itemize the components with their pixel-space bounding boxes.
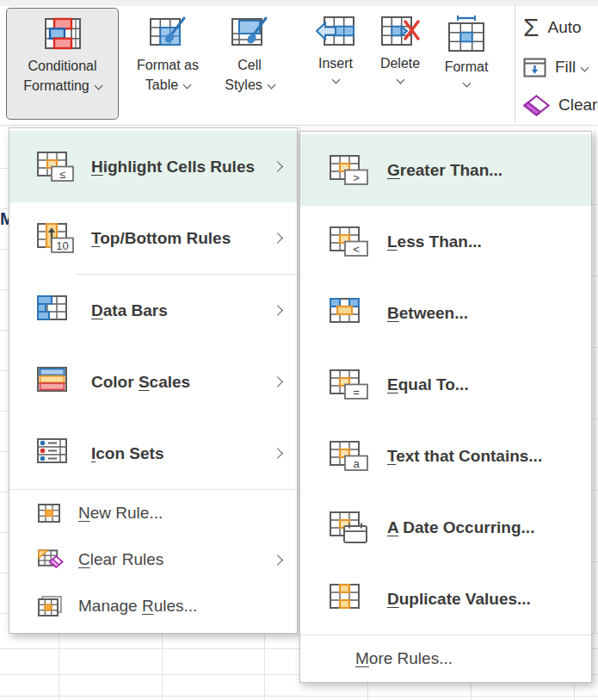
menu-item-label: Top/Bottom Rules: [91, 229, 231, 248]
svg-text:≤: ≤: [59, 167, 65, 180]
chevron-down-icon: [581, 63, 589, 71]
cell-styles-button[interactable]: Cell Styles: [215, 8, 284, 120]
submenu-arrow-icon: [272, 448, 283, 459]
menu-item-label: Clear Rules: [78, 550, 163, 569]
conditional-formatting-button[interactable]: Conditional Formatting: [6, 8, 119, 120]
autosum-label: Auto: [548, 18, 582, 37]
insert-cells-icon: [316, 15, 355, 48]
submenu-item-more-rules[interactable]: More Rules...: [300, 635, 591, 682]
insert-label: Insert: [318, 53, 353, 73]
conditional-formatting-menu: ≤ Highlight Cells Rules 10: [9, 127, 298, 634]
chevron-down-icon: [267, 81, 275, 90]
ribbon-bottom-border: [0, 125, 598, 126]
autosum-button[interactable]: Σ Auto: [523, 12, 582, 43]
fill-button[interactable]: Fill: [523, 52, 588, 83]
menu-item-label: Manage Rules...: [78, 597, 197, 616]
menu-item-data-bars[interactable]: Data Bars: [9, 275, 297, 346]
sigma-icon: Σ: [523, 13, 539, 42]
highlight-cells-rules-icon: ≤: [37, 152, 77, 183]
conditional-formatting-label: Conditional Formatting: [23, 56, 101, 96]
top-bottom-rules-icon: 10: [37, 223, 77, 254]
worksheet-left-sliver: [0, 128, 9, 634]
menu-item-label: Highlight Cells Rules: [91, 158, 255, 177]
menu-item-highlight-cells-rules[interactable]: ≤ Highlight Cells Rules: [9, 131, 297, 202]
format-label: Format: [445, 57, 489, 77]
menu-item-label: New Rule...: [78, 504, 163, 523]
ribbon-group-separator: [515, 5, 515, 122]
submenu-item-label: Between...: [387, 304, 468, 323]
svg-text:<: <: [353, 242, 360, 255]
submenu-arrow-icon: [272, 161, 283, 172]
equal-to-icon: =: [330, 369, 373, 400]
between-icon: [330, 298, 373, 329]
format-cells-button[interactable]: Format: [435, 8, 497, 120]
submenu-item-duplicate-values[interactable]: Duplicate Values...: [300, 563, 591, 635]
submenu-arrow-icon: [272, 232, 283, 244]
cell-styles-icon: [231, 15, 268, 50]
submenu-arrow-icon: [272, 376, 283, 387]
duplicate-values-icon: [330, 584, 373, 615]
greater-than-icon: >: [330, 155, 373, 186]
menu-item-top-bottom-rules[interactable]: 10 Top/Bottom Rules: [9, 202, 297, 274]
svg-text:>: >: [353, 170, 360, 183]
menu-item-label: Icon Sets: [91, 444, 163, 463]
submenu-item-a-date-occurring[interactable]: A Date Occurring...: [300, 492, 591, 563]
ribbon: Conditional Formatting Format as Table: [0, 0, 598, 127]
submenu-arrow-icon: [272, 554, 283, 566]
menu-item-manage-rules[interactable]: Manage Rules...: [9, 583, 297, 629]
submenu-item-text-that-contains[interactable]: a Text that Contains...: [300, 420, 591, 492]
submenu-item-less-than[interactable]: < Less Than...: [300, 206, 591, 277]
menu-item-color-scales[interactable]: Color Scales: [9, 346, 297, 418]
eraser-icon: [523, 95, 550, 116]
delete-cells-icon: [380, 15, 420, 48]
chevron-down-icon: [331, 76, 340, 84]
menu-item-label: Data Bars: [91, 301, 168, 320]
chevron-down-icon: [462, 79, 471, 88]
svg-text:=: =: [353, 385, 360, 398]
chevron-down-icon: [396, 76, 404, 84]
text-that-contains-icon: a: [330, 441, 373, 472]
submenu-arrow-icon: [272, 305, 283, 316]
submenu-item-label: Greater Than...: [387, 161, 502, 180]
format-as-table-button[interactable]: Format as Table: [126, 8, 210, 120]
submenu-item-label: A Date Occurring...: [387, 518, 534, 537]
clear-label: Clear: [558, 96, 597, 115]
less-than-icon: <: [330, 226, 373, 257]
insert-cells-button[interactable]: Insert: [308, 8, 363, 120]
clear-button[interactable]: Clear: [523, 90, 597, 121]
conditional-formatting-icon: [44, 16, 82, 51]
submenu-item-label: Text that Contains...: [387, 447, 542, 466]
icon-sets-icon: [37, 438, 77, 469]
submenu-item-label: Duplicate Values...: [387, 590, 531, 609]
format-as-table-label: Format as Table: [137, 55, 199, 95]
new-rule-icon: [38, 504, 64, 523]
manage-rules-icon: [38, 596, 64, 616]
submenu-item-between[interactable]: Between...: [300, 277, 591, 349]
delete-cells-button[interactable]: Delete: [370, 8, 430, 120]
menu-item-new-rule[interactable]: New Rule...: [9, 490, 297, 536]
submenu-item-greater-than[interactable]: > Greater Than...: [300, 134, 591, 206]
submenu-item-label: Equal To...: [387, 375, 469, 394]
data-bars-icon: [37, 295, 77, 326]
menu-item-icon-sets[interactable]: Icon Sets: [9, 418, 297, 489]
highlight-cells-rules-submenu: > Greater Than... < Less Than...: [299, 131, 592, 683]
format-cells-icon: [447, 15, 485, 52]
menu-item-clear-rules[interactable]: Clear Rules: [9, 536, 297, 583]
chevron-down-icon: [94, 82, 102, 90]
submenu-item-label: More Rules...: [355, 649, 453, 668]
cell-styles-label: Cell Styles: [225, 55, 274, 95]
a-date-occurring-icon: [330, 511, 373, 544]
color-scales-icon: [37, 367, 77, 398]
submenu-item-label: Less Than...: [387, 232, 482, 251]
clear-rules-icon: [38, 549, 64, 570]
svg-text:a: a: [353, 456, 360, 469]
delete-label: Delete: [380, 53, 420, 73]
menu-item-label: Color Scales: [91, 373, 190, 392]
svg-text:10: 10: [56, 238, 68, 251]
worksheet-text-fragment: M: [0, 209, 9, 230]
excel-window: M: [0, 0, 598, 700]
ribbon-top-strip: [0, 0, 598, 6]
submenu-item-equal-to[interactable]: = Equal To...: [300, 349, 591, 420]
chevron-down-icon: [183, 81, 192, 90]
fill-down-icon: [523, 58, 546, 77]
